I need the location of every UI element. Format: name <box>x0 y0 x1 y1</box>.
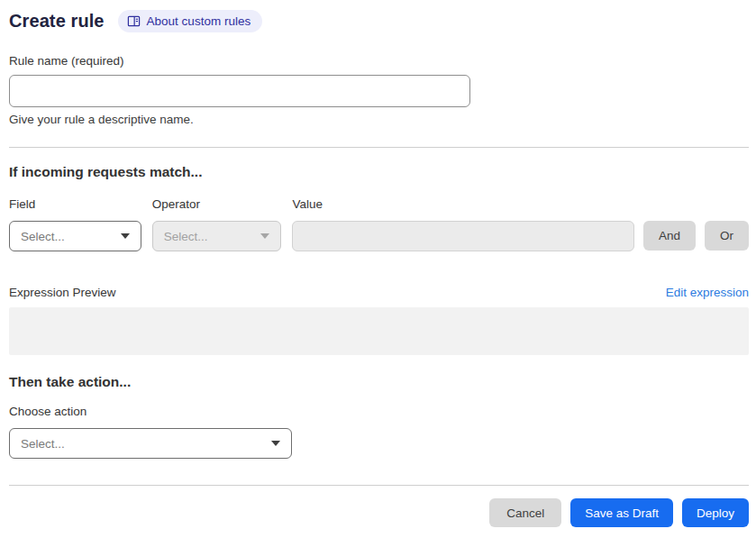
operator-label: Operator <box>152 197 282 211</box>
book-icon <box>127 14 141 28</box>
cancel-button[interactable]: Cancel <box>489 498 561 527</box>
and-button[interactable]: And <box>643 221 696 251</box>
condition-row: Field Select... Operator Select... Value… <box>9 197 749 251</box>
footer: Cancel Save as Draft Deploy <box>9 485 749 527</box>
value-label: Value <box>292 197 634 211</box>
choose-action-select-value: Select... <box>21 437 65 451</box>
field-label: Field <box>9 197 141 211</box>
operator-select-value: Select... <box>164 230 208 243</box>
chevron-down-icon <box>121 233 130 239</box>
or-button[interactable]: Or <box>705 221 749 251</box>
field-select[interactable]: Select... <box>9 221 141 251</box>
chevron-down-icon <box>271 441 280 446</box>
about-custom-rules-badge[interactable]: About custom rules <box>118 10 263 32</box>
deploy-button[interactable]: Deploy <box>682 498 749 527</box>
footer-divider <box>9 485 749 486</box>
field-select-value: Select... <box>21 230 65 243</box>
rule-name-helper: Give your rule a descriptive name. <box>9 113 749 126</box>
expression-preview-box <box>9 307 749 355</box>
expression-preview-label: Expression Preview <box>9 286 116 299</box>
chevron-down-icon <box>260 233 269 239</box>
footer-buttons: Cancel Save as Draft Deploy <box>9 498 749 527</box>
choose-action-select[interactable]: Select... <box>9 428 292 459</box>
save-as-draft-button[interactable]: Save as Draft <box>570 498 673 527</box>
operator-select[interactable]: Select... <box>152 221 282 251</box>
value-input[interactable] <box>292 221 634 251</box>
about-badge-label: About custom rules <box>147 14 251 28</box>
rule-name-input[interactable] <box>9 75 470 107</box>
match-section-heading: If incoming requests match... <box>9 164 749 180</box>
action-section-heading: Then take action... <box>9 374 749 390</box>
field-column: Field Select... <box>9 197 141 251</box>
operator-column: Operator Select... <box>152 197 282 251</box>
rule-name-section: Rule name (required) Give your rule a de… <box>9 54 749 126</box>
value-column: Value <box>292 197 634 251</box>
edit-expression-link[interactable]: Edit expression <box>666 286 749 299</box>
expression-preview-row: Expression Preview Edit expression <box>9 286 749 299</box>
create-rule-page: Create rule About custom rules Rule name… <box>0 0 756 538</box>
choose-action-label: Choose action <box>9 405 749 418</box>
section-divider <box>9 147 749 148</box>
rule-name-label: Rule name (required) <box>9 54 124 68</box>
page-title: Create rule <box>9 11 105 32</box>
header: Create rule About custom rules <box>9 10 749 32</box>
